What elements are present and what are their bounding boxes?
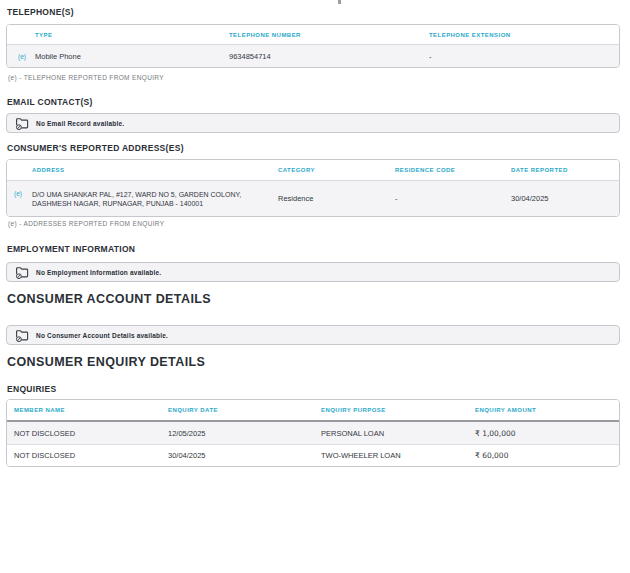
column-header-enquiry-amount: ENQUIRY AMOUNT bbox=[468, 407, 619, 413]
address-value: D/O UMA SHANKAR PAL, #127, WARD NO 5, GA… bbox=[32, 190, 278, 208]
column-header-telephone-extension: TELEPHONE EXTENSION bbox=[429, 32, 619, 38]
address-category: Residence bbox=[278, 194, 395, 203]
account-section-title: CONSUMER ACCOUNT DETAILS bbox=[7, 292, 620, 306]
address-table: ADDRESS CATEGORY RESIDENCE CODE DATE REP… bbox=[6, 159, 620, 217]
enquiry-row: NOT DISCLOSED 12/05/2025 PERSONAL LOAN ₹… bbox=[7, 422, 619, 444]
address-row: (e) D/O UMA SHANKAR PAL, #127, WARD NO 5… bbox=[7, 181, 619, 216]
clipped-text-fragment bbox=[338, 0, 341, 4]
account-empty-state: No Consumer Account Details available. bbox=[6, 325, 620, 345]
employment-empty-message: No Employment Information available. bbox=[36, 269, 161, 276]
enquiry-section-title: CONSUMER ENQUIRY DETAILS bbox=[7, 355, 620, 369]
telephone-section-title: TELEPHONE(S) bbox=[7, 7, 620, 17]
column-header-date-reported: DATE REPORTED bbox=[511, 167, 619, 173]
column-header-address: ADDRESS bbox=[32, 167, 278, 173]
enquiry-amount: ₹ 60,000 bbox=[468, 451, 619, 460]
enquiry-purpose: TWO-WHEELER LOAN bbox=[314, 451, 468, 460]
telephone-number: 9634854714 bbox=[229, 52, 429, 61]
telephone-table: TYPE TELEPHONE NUMBER TELEPHONE EXTENSIO… bbox=[6, 24, 620, 68]
enquiry-amount: ₹ 1,00,000 bbox=[468, 429, 619, 438]
enquiry-member-name: NOT DISCLOSED bbox=[7, 451, 161, 460]
no-records-folder-icon bbox=[15, 117, 29, 130]
column-header-enquiry-date: ENQUIRY DATE bbox=[161, 407, 314, 413]
column-header-category: CATEGORY bbox=[278, 167, 395, 173]
telephone-extension: - bbox=[429, 52, 619, 61]
enquiry-marker: (e) bbox=[7, 181, 32, 197]
employment-empty-state: No Employment Information available. bbox=[6, 262, 620, 282]
employment-section-title: EMPLOYMENT INFORMATION bbox=[7, 244, 620, 254]
email-empty-state: No Email Record available. bbox=[6, 113, 620, 133]
address-footnote: (e) - ADDRESSES REPORTED FROM ENQUIRY bbox=[8, 220, 620, 227]
enquiry-date: 12/05/2025 bbox=[161, 429, 314, 438]
telephone-footnote: (e) - TELEPHONE REPORTED FROM ENQUIRY bbox=[8, 74, 620, 81]
telephone-table-header: TYPE TELEPHONE NUMBER TELEPHONE EXTENSIO… bbox=[7, 25, 619, 45]
telephone-row: (e) Mobile Phone 9634854714 - bbox=[7, 45, 619, 67]
address-date-reported: 30/04/2025 bbox=[511, 194, 619, 203]
column-header-type: TYPE bbox=[35, 32, 229, 38]
no-records-folder-icon bbox=[15, 329, 29, 342]
enquiries-table: MEMBER NAME ENQUIRY DATE ENQUIRY PURPOSE… bbox=[6, 399, 620, 467]
enquiry-row: NOT DISCLOSED 30/04/2025 TWO-WHEELER LOA… bbox=[7, 444, 619, 466]
column-header-enquiry-purpose: ENQUIRY PURPOSE bbox=[314, 407, 468, 413]
email-section-title: EMAIL CONTACT(S) bbox=[7, 97, 620, 107]
telephone-type: Mobile Phone bbox=[35, 52, 229, 61]
column-header-telephone-number: TELEPHONE NUMBER bbox=[229, 32, 429, 38]
enquiry-member-name: NOT DISCLOSED bbox=[7, 429, 161, 438]
enquiries-table-header: MEMBER NAME ENQUIRY DATE ENQUIRY PURPOSE… bbox=[7, 400, 619, 422]
enquiry-marker: (e) bbox=[7, 53, 35, 60]
credit-report-page: TELEPHONE(S) TYPE TELEPHONE NUMBER TELEP… bbox=[0, 7, 630, 467]
enquiry-purpose: PERSONAL LOAN bbox=[314, 429, 468, 438]
address-section-title: CONSUMER'S REPORTED ADDRESS(ES) bbox=[7, 143, 620, 153]
column-header-residence-code: RESIDENCE CODE bbox=[395, 167, 511, 173]
email-empty-message: No Email Record available. bbox=[36, 120, 124, 127]
no-records-folder-icon bbox=[15, 266, 29, 279]
address-table-header: ADDRESS CATEGORY RESIDENCE CODE DATE REP… bbox=[7, 160, 619, 181]
address-residence-code: - bbox=[395, 194, 511, 203]
account-empty-message: No Consumer Account Details available. bbox=[36, 332, 168, 339]
enquiries-subsection-title: ENQUIRIES bbox=[7, 384, 620, 394]
column-header-member-name: MEMBER NAME bbox=[7, 407, 161, 413]
enquiry-date: 30/04/2025 bbox=[161, 451, 314, 460]
